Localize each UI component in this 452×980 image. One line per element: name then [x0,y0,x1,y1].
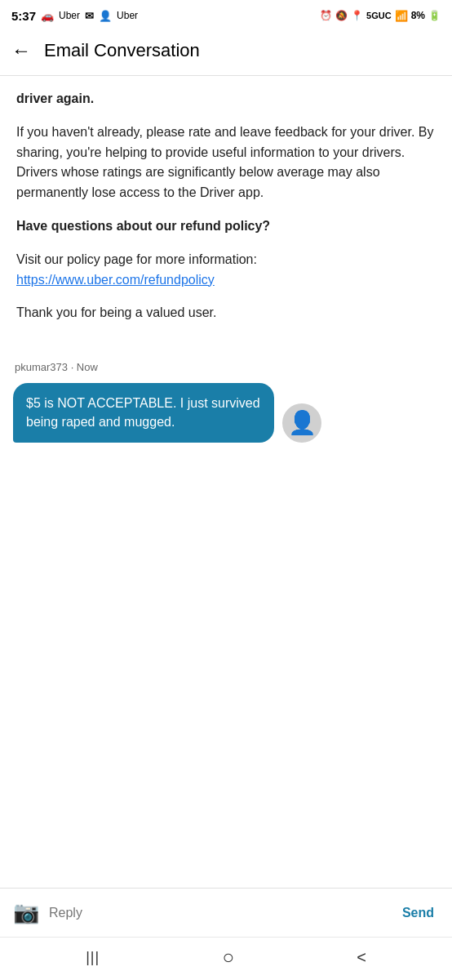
chat-area: pkumar373 · Now $5 is NOT ACCEPTABLE. I … [0,353,452,888]
reply-bar: 📷 Send [0,888,452,937]
location-icon: 📍 [351,10,363,21]
email-paragraph-4: Thank you for being a valued user. [16,303,436,323]
email-p1-bold: driver again. [16,91,94,105]
sender-info: pkumar373 · Now [13,361,439,373]
nav-home-icon[interactable]: ○ [222,946,234,969]
avatar: 👤 [282,403,321,443]
camera-icon[interactable]: 📷 [13,900,39,925]
gmail-icon: ✉ [85,10,94,22]
nav-back-icon[interactable]: < [357,948,366,967]
page-title: Email Conversation [44,40,200,61]
battery-icon: 🔋 [428,10,441,21]
person-icon: 👤 [99,10,112,22]
app-bar: ← Email Conversation [0,29,452,76]
status-bar: 5:37 🚗 Uber ✉ 👤 Uber ⏰ 🔕 📍 5GUC 📶 8% 🔋 [0,0,452,29]
uber-icon: 🚗 [41,10,54,22]
email-paragraph-1: driver again. [16,89,436,109]
content-area: driver again. If you haven't already, pl… [0,76,452,888]
uber-label2: Uber [117,10,138,21]
email-paragraph-2: If you haven't already, please rate and … [16,122,436,203]
refund-link[interactable]: https://www.uber.com/refundpolicy [16,273,215,287]
status-left: 5:37 🚗 Uber ✉ 👤 Uber [11,9,138,23]
status-icons: ⏰ 🔕 📍 5GUC 📶 8% 🔋 [320,10,441,22]
signal-bars: 📶 [395,10,408,22]
mute-icon: 🔕 [335,10,348,21]
email-paragraph-3: Visit our policy page for more informati… [16,250,436,291]
alarm-icon: ⏰ [320,10,332,21]
uber-label: Uber [59,10,80,21]
visit-policy-text: Visit our policy page for more informati… [16,252,257,266]
nav-bar: ||| ○ < [0,937,452,980]
email-body: driver again. If you haven't already, pl… [0,76,452,353]
network-label: 5GUC [366,11,392,20]
user-message-bubble: $5 is NOT ACCEPTABLE. I just survived be… [13,383,274,443]
send-button[interactable]: Send [397,902,439,924]
nav-recent-icon[interactable]: ||| [86,949,100,966]
refund-question: Have questions about our refund policy? [16,219,270,233]
email-bold-question: Have questions about our refund policy? [16,216,436,237]
battery-label: 8% [411,10,425,21]
chat-row: $5 is NOT ACCEPTABLE. I just survived be… [13,383,439,443]
status-time: 5:37 [11,9,36,23]
back-button[interactable]: ← [8,36,34,65]
reply-input[interactable] [49,902,388,924]
avatar-icon: 👤 [288,409,317,436]
